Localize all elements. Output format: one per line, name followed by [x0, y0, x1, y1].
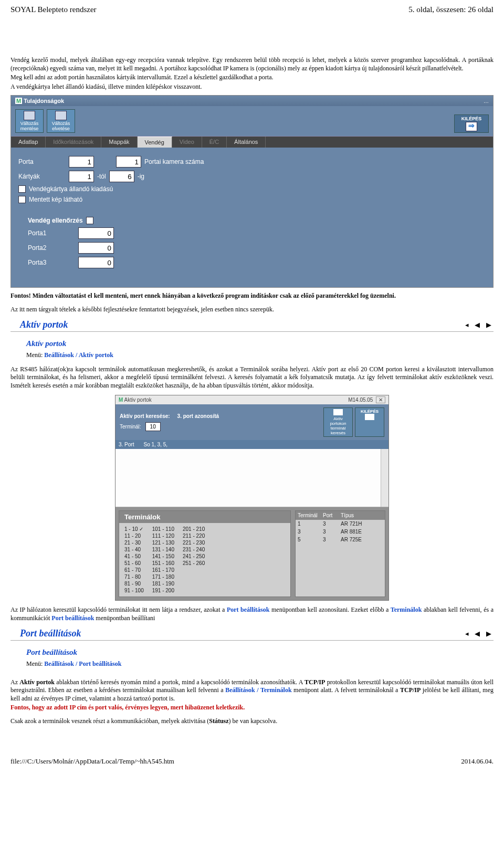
header-right: 5. oldal, összesen: 26 oldal	[408, 5, 494, 14]
terminal-table: TerminálPortTípus 13AR 721H 33AR 881E 53…	[295, 510, 385, 597]
terminals-title: Terminálok	[119, 511, 290, 523]
exit-arrow-icon	[466, 122, 477, 131]
tab-vendeg[interactable]: Vendég	[138, 137, 172, 148]
intro-p3: A vendégkártya lehet állandó kiadású, il…	[10, 83, 494, 91]
link-port-bealitas[interactable]: Port beállítások	[227, 606, 270, 613]
porta-input[interactable]	[69, 156, 94, 168]
footer-path: file:///C:/Users/Molnár/AppData/Local/Te…	[10, 757, 174, 766]
fontos-block: Fontos! Minden változtatást el kell ment…	[10, 292, 494, 313]
save-button[interactable]: Változás mentése	[15, 109, 44, 133]
note-line: Az itt nem tárgyalt tételek a későbbi fe…	[10, 306, 494, 314]
subtitle-port: Port beállítások	[26, 648, 494, 657]
to-suffix: -ig	[138, 173, 144, 180]
range-col-1: 1 - 10 ✓ 11 - 20 21 - 30 31 - 40 41 - 50…	[124, 526, 144, 593]
range-col-2: 101 - 110 111 - 120 121 - 130 131 - 140 …	[152, 526, 174, 593]
table-row[interactable]: 53AR 725E	[296, 536, 385, 543]
from-suffix: -tól	[97, 173, 106, 180]
menu-path-port[interactable]: Beállítások / Port beállítások	[44, 660, 121, 667]
header-left: SOYAL Belepteto rendszer	[10, 5, 97, 14]
fontos-prefix: Fontos!	[10, 292, 31, 299]
window-titlebar[interactable]: M Tulajdonságok …	[11, 96, 493, 106]
range-col-3: 201 - 210 211 - 220 221 - 230 231 - 240 …	[183, 526, 205, 593]
link-port-bealitas-2[interactable]: Port beállítások	[51, 614, 94, 622]
kartyak-from-input[interactable]	[69, 171, 94, 182]
chk-saved-image-label: Mentett kép látható	[29, 196, 82, 203]
search-label: Aktív port keresése:	[120, 413, 170, 419]
aktiv-portok-window: M Aktiv portok M14.05.05 ✕ Aktív port ke…	[115, 395, 389, 601]
kartyak-label: Kártyák	[18, 173, 66, 180]
nav-arrows[interactable]: ◂ ◀ ▶	[465, 630, 494, 637]
porta2-label: Porta2	[28, 244, 75, 252]
port-list-body	[116, 449, 388, 507]
terminals-panel: Terminálok 1 - 10 ✓ 11 - 20 21 - 30 31 -…	[116, 507, 388, 600]
link-terminalok[interactable]: Terminálok	[391, 606, 422, 613]
win2-titlebar[interactable]: M Aktiv portok M14.05.05 ✕	[116, 395, 388, 404]
win2-title: Aktiv portok	[124, 397, 152, 403]
porta1-input[interactable]	[78, 227, 114, 239]
porta-camera-input[interactable]	[116, 156, 141, 168]
terminal-ranges: Terminálok 1 - 10 ✓ 11 - 20 21 - 30 31 -…	[119, 510, 291, 597]
wrench-icon	[333, 409, 343, 415]
discard-button[interactable]: Változás elvetése	[47, 109, 75, 133]
warning-line: Fontos, hogy az adott IP cím és port val…	[10, 704, 494, 712]
section-title-port: Port beállítások	[20, 628, 81, 639]
porta-camera-label: Portai kamera száma	[144, 158, 204, 165]
menu-line-port: Menü: Beállítások / Port beállítások	[26, 660, 494, 668]
nav-port-beallitasok: Port beállítások ◂ ◀ ▶	[10, 628, 494, 641]
search-terminal-button[interactable]: Aktiv portokon terminál keresés	[323, 407, 353, 437]
save-icon	[24, 111, 35, 120]
port-list-header: 3. Port So 1, 3, 5,	[116, 440, 388, 449]
section-title-aktiv: Aktív portok	[20, 319, 68, 330]
tab-video[interactable]: Video	[172, 137, 202, 148]
exit-arrow-icon: ⇒	[365, 414, 374, 420]
terminal-table-header: TerminálPortTípus	[296, 511, 385, 520]
porta3-input[interactable]	[78, 257, 114, 268]
discard-icon	[55, 111, 67, 120]
porta2-input[interactable]	[78, 242, 114, 254]
win2-version: M14.05.05	[348, 397, 373, 403]
close-icon[interactable]: ✕	[376, 396, 385, 403]
aktiv-para: Az RS485 hálózat(ok)ra kapcsolt terminál…	[10, 365, 494, 390]
footer-date: 2014.06.04.	[461, 757, 494, 766]
tab-mappak[interactable]: Mappák	[101, 137, 137, 148]
page-footer: file:///C:/Users/Molnár/AppData/Local/Te…	[10, 757, 494, 766]
subtitle-aktiv: Aktív portok	[26, 339, 494, 348]
terminal-value: 10	[145, 422, 161, 431]
win2-exit-button[interactable]: KILÉPÉS⇒	[355, 407, 384, 437]
chk-saved-image[interactable]	[18, 196, 26, 203]
link-beallitas-terminal[interactable]: Beállítások / Terminálok	[225, 686, 291, 694]
nav-arrows[interactable]: ◂ ◀ ▶	[465, 321, 494, 329]
chk-permanent-label: Vendégkártya állandó kiadású	[29, 185, 113, 193]
table-row[interactable]: 13AR 721H	[296, 520, 385, 528]
win2-toolbar: Aktív port keresése: 3. port azonosítá T…	[116, 404, 388, 440]
search-status: 3. port azonosítá	[177, 413, 219, 419]
porta1-label: Porta1	[28, 229, 75, 237]
menu-path-aktiv[interactable]: Beállítások / Aktív portok	[44, 351, 113, 359]
tab-altalanos[interactable]: Általános	[227, 137, 266, 148]
window-title: Tulajdonságok	[24, 98, 64, 104]
chk-guest-check[interactable]	[86, 217, 93, 224]
page-header: SOYAL Belepteto rendszer 5. oldal, össze…	[10, 5, 494, 14]
tab-adatlap[interactable]: Adatlap	[11, 137, 46, 148]
guest-check-label: Vendég ellenőrzés	[28, 217, 83, 224]
tab-idokorlat[interactable]: Időkorlátozások	[46, 137, 101, 148]
list-port: 3. Port	[119, 442, 134, 447]
nav-aktiv-portok: Aktív portok ◂ ◀ ▶	[10, 319, 494, 332]
window-minimize-icon[interactable]: …	[484, 98, 489, 104]
table-row[interactable]: 33AR 881E	[296, 528, 385, 536]
kartyak-to-input[interactable]	[109, 171, 134, 182]
porta-label: Porta	[18, 158, 66, 165]
intro-p1: Vendég kezelő modul, melyek általában eg…	[10, 56, 494, 72]
menu-line-aktiv: Menü: Beállítások / Aktív portok	[26, 351, 494, 359]
after-win2-para: Az IP hálózaton keresztül kapcsolódó ter…	[10, 606, 494, 622]
porta3-label: Porta3	[28, 259, 75, 266]
intro-block: Vendég kezelő modul, melyek általában eg…	[10, 56, 494, 91]
exit-button[interactable]: KILÉPÉS	[454, 114, 489, 133]
win2-app-icon: M	[119, 397, 123, 403]
properties-window: M Tulajdonságok … Változás mentése Válto…	[10, 95, 494, 288]
chk-permanent[interactable]	[18, 185, 26, 193]
scrollbar[interactable]	[381, 449, 388, 507]
fontos-text: Minden változtatást el kell menteni, mer…	[31, 292, 396, 299]
tab-row: Adatlap Időkorlátozások Mappák Vendég Vi…	[11, 137, 493, 148]
tab-ec[interactable]: É/C	[202, 137, 227, 148]
